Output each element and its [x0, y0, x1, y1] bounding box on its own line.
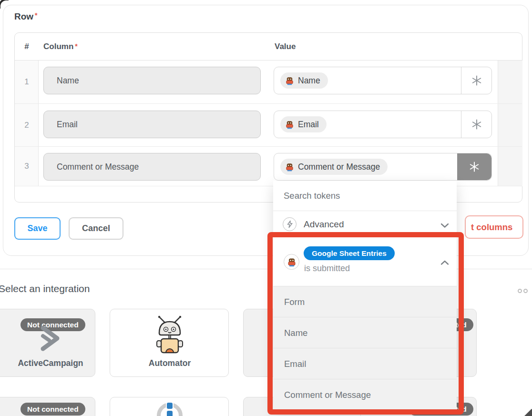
advanced-token-group[interactable]: Advanced	[273, 211, 457, 237]
row-field-label: Row*	[14, 11, 38, 22]
row-number: 2	[15, 104, 39, 146]
token-option-comment-or-message[interactable]: Comment or Message	[273, 379, 457, 410]
asterisk-icon	[471, 75, 482, 86]
automator-robot-icon	[154, 315, 185, 354]
trigger-name-pill: Google Sheet Entries	[304, 246, 395, 260]
value-token-input[interactable]: Comment or Message	[274, 153, 492, 181]
row-divider	[15, 103, 522, 104]
token-option-email[interactable]: Email	[273, 348, 457, 379]
column-name-input[interactable]: Name	[43, 67, 261, 94]
row-number: 1	[15, 61, 39, 103]
integration-label: ActiveCampaign	[0, 358, 105, 368]
integration-card[interactable]: Not connected	[0, 397, 95, 416]
advanced-group-label: Advanced	[304, 211, 344, 237]
token-picker-dropdown: Advanced Google Sheet Entries is submitt…	[273, 181, 457, 410]
column-name-input[interactable]: Email	[43, 111, 261, 138]
blue-i-logo-icon	[156, 402, 183, 416]
value-token-input[interactable]: Name	[274, 67, 492, 94]
get-columns-button[interactable]: t columns	[465, 215, 523, 239]
clipped-corner-icon	[523, 409, 532, 416]
asterisk-icon	[469, 162, 480, 172]
token-picker-button[interactable]	[461, 67, 491, 94]
integration-card-activecampaign[interactable]: Not connected ActiveCampaign	[0, 309, 95, 377]
token-search-input[interactable]	[273, 181, 457, 211]
window-frame-corner	[0, 0, 9, 9]
value-header: Value	[275, 33, 296, 60]
robot-token-icon	[285, 76, 294, 85]
table-filler-column	[498, 61, 522, 186]
token-option-name[interactable]: Name	[273, 317, 457, 348]
chevron-up-icon[interactable]	[440, 259, 449, 267]
row-divider	[15, 146, 522, 147]
integrations-heading: Select an integration	[0, 283, 90, 294]
trigger-robot-avatar	[284, 254, 299, 270]
integration-card-automator[interactable]: Automator	[110, 309, 229, 377]
activecampaign-logo-icon	[38, 325, 61, 352]
token-pill-label: Comment or Message	[298, 162, 380, 172]
robot-token-icon	[285, 120, 294, 129]
robot-token-icon	[285, 162, 294, 172]
trigger-subtitle: is submitted	[304, 264, 350, 274]
token-pill[interactable]: Email	[280, 116, 327, 132]
required-asterisk: *	[35, 11, 37, 19]
row-number: 3	[15, 147, 39, 186]
lightning-icon	[283, 217, 297, 231]
asterisk-icon	[471, 119, 482, 130]
cancel-button[interactable]: Cancel	[69, 217, 123, 240]
row-mapping-table: # Column* Value 1 2 3 Name Email Comment…	[14, 32, 522, 203]
index-column-header: #	[15, 33, 39, 60]
overflow-dots-icon	[518, 286, 529, 295]
token-pill[interactable]: Comment or Message	[280, 159, 388, 175]
integration-card[interactable]	[110, 397, 229, 416]
integration-label: Automator	[110, 358, 229, 368]
header-divider	[15, 60, 522, 61]
save-button[interactable]: Save	[14, 217, 61, 240]
token-pill-label: Name	[298, 76, 320, 86]
token-pill-label: Email	[298, 120, 319, 130]
token-picker-button[interactable]	[461, 111, 491, 138]
required-asterisk: *	[75, 42, 77, 50]
column-name-input[interactable]: Comment or Message	[43, 153, 261, 181]
column-header: Column*	[43, 33, 78, 60]
value-token-input[interactable]: Email	[274, 111, 492, 138]
not-connected-badge: Not connected	[20, 403, 85, 416]
token-pill[interactable]: Name	[280, 72, 328, 89]
token-picker-button-active[interactable]	[457, 153, 491, 180]
trigger-token-group[interactable]: Google Sheet Entries is submitted	[273, 237, 457, 286]
chevron-down-icon[interactable]	[440, 222, 449, 230]
row-label-text: Row	[14, 11, 33, 21]
token-option-form[interactable]: Form	[273, 286, 457, 317]
row-mapping-screen: Row* # Column* Value 1 2 3 Name Email Co…	[0, 0, 532, 416]
